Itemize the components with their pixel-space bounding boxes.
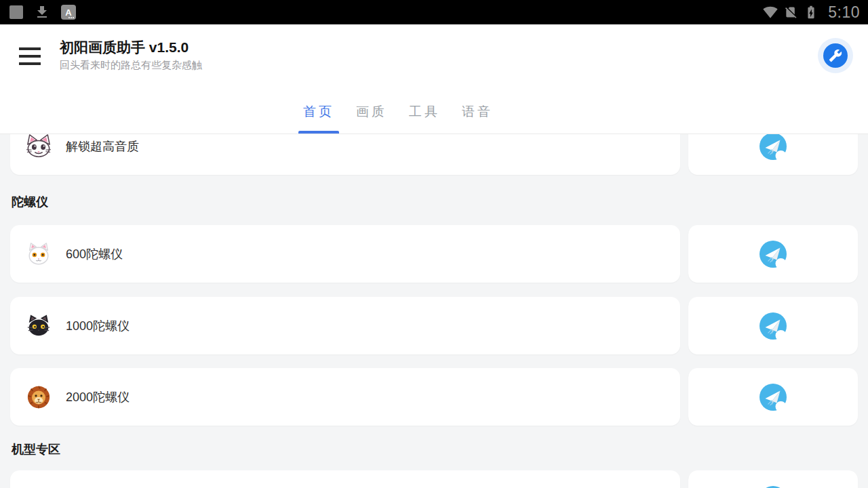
telegram-icon <box>760 312 787 340</box>
tab-quality[interactable]: 画质 <box>355 103 388 121</box>
wifi-icon <box>763 5 778 20</box>
app-screen: A 5:10 初阳画质助手 v1.5.0 回头看来时的路总有些复杂感触 <box>0 0 868 488</box>
list-item-label: 1000陀螺仪 <box>66 318 130 334</box>
telegram-share-button[interactable] <box>688 225 858 283</box>
input-method-icon: A <box>61 5 76 20</box>
list-row: 1000陀螺仪 <box>0 297 868 354</box>
telegram-icon <box>760 486 787 488</box>
telegram-share-button[interactable] <box>688 134 858 175</box>
status-bar: A 5:10 <box>0 0 868 24</box>
white-cat-icon <box>26 134 52 159</box>
scroll-content[interactable]: 解锁超高音质 陀螺仪 <box>0 134 868 488</box>
list-item-gyro-2000[interactable]: 2000陀螺仪 <box>10 368 680 426</box>
list-item-gyro-600[interactable]: 600陀螺仪 <box>10 225 680 283</box>
menu-button[interactable] <box>19 47 41 70</box>
clock: 5:10 <box>828 3 860 22</box>
input-method-dots <box>68 17 74 18</box>
page-title: 初阳画质助手 v1.5.0 <box>60 39 202 56</box>
notification-square-icon <box>9 5 23 19</box>
list-item-label: 600陀螺仪 <box>66 246 123 262</box>
wrench-icon <box>829 49 842 62</box>
no-sim-icon <box>784 5 797 19</box>
white-cat-orange-eyes-icon <box>26 241 52 267</box>
telegram-share-button[interactable] <box>688 297 858 354</box>
tab-tools[interactable]: 工具 <box>408 103 441 121</box>
tab-home[interactable]: 首页 <box>302 103 335 121</box>
active-tab-indicator <box>298 131 339 134</box>
section-header-device-zone: 机型专区 <box>12 441 60 458</box>
list-row: 解锁超高音质 <box>0 134 868 175</box>
settings-wrench-button[interactable] <box>823 43 848 68</box>
list-item-gyro-1000[interactable]: 1000陀螺仪 <box>10 297 680 354</box>
telegram-share-button[interactable] <box>688 470 858 488</box>
telegram-icon <box>760 241 787 268</box>
tab-voice[interactable]: 语音 <box>461 103 494 121</box>
telegram-icon <box>760 134 787 160</box>
black-cat-icon <box>26 313 52 339</box>
telegram-share-button[interactable] <box>688 368 858 426</box>
page-subtitle: 回头看来时的路总有些复杂感触 <box>60 59 202 72</box>
list-row: 600陀螺仪 <box>0 225 868 283</box>
list-item-unlock-audio[interactable]: 解锁超高音质 <box>10 134 680 175</box>
battery-charging-icon <box>804 5 818 20</box>
section-header-gyroscope: 陀螺仪 <box>12 194 48 210</box>
tab-bar: 首页 画质 工具 语音 <box>302 103 494 121</box>
download-icon <box>34 4 50 20</box>
list-row <box>0 470 868 488</box>
list-row: 2000陀螺仪 <box>0 368 868 426</box>
input-method-letter: A <box>65 7 71 18</box>
settings-fab-halo <box>818 38 853 73</box>
list-item-partial[interactable] <box>10 470 680 488</box>
lion-icon <box>26 384 52 410</box>
list-item-label: 2000陀螺仪 <box>66 389 130 405</box>
telegram-icon <box>760 384 787 411</box>
list-item-label: 解锁超高音质 <box>66 138 139 155</box>
app-header: 初阳画质助手 v1.5.0 回头看来时的路总有些复杂感触 首页 画质 工具 语音 <box>0 24 868 134</box>
